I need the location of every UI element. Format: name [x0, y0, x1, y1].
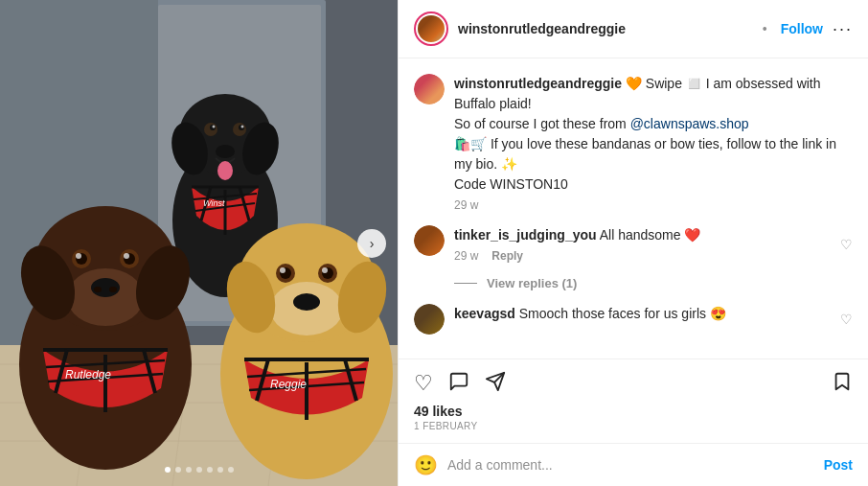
comment-2-text: keevagsd Smooch those faces for us girls…: [454, 304, 831, 324]
view-replies-line: [454, 283, 477, 284]
image-dots: [165, 467, 234, 473]
comment-1-text: tinker_is_judging_you All handsome ❤️: [454, 225, 831, 245]
svg-point-61: [280, 267, 286, 273]
main-comment-meta: 29 w: [454, 198, 853, 212]
svg-text:Winst: Winst: [203, 198, 225, 208]
main-comment-link[interactable]: @clawnspaws.shop: [630, 116, 749, 131]
svg-point-23: [217, 161, 233, 180]
next-image-arrow[interactable]: ›: [357, 229, 386, 258]
main-comment-avatar[interactable]: [414, 74, 445, 104]
dot-4: [196, 467, 202, 473]
comment-1-like-btn[interactable]: ♡: [840, 225, 853, 263]
view-replies-button[interactable]: View replies (1): [487, 276, 577, 290]
dot-6: [217, 467, 223, 473]
view-replies-row: View replies (1): [454, 276, 853, 290]
svg-text:Rutledge: Rutledge: [65, 368, 111, 382]
comment-2-content: Smooch those faces for us girls 😍: [519, 306, 726, 321]
main-comment-time: 29 w: [454, 198, 478, 212]
right-panel: winstonrutledgeandreggie • Follow ··· wi…: [398, 0, 868, 486]
main-comment-body: winstonrutledgeandreggie 🧡 Swipe ◻️ I am…: [454, 74, 853, 212]
post-image-panel: Winst: [0, 0, 398, 486]
comment-2-avatar[interactable]: [414, 304, 445, 335]
comment-1-body: tinker_is_judging_you All handsome ❤️ 29…: [454, 225, 831, 263]
follow-button[interactable]: Follow: [781, 21, 823, 36]
comment-1-avatar[interactable]: [414, 225, 445, 256]
add-comment-row: 🙂 Post: [399, 443, 868, 486]
main-comment-text: winstonrutledgeandreggie 🧡 Swipe ◻️ I am…: [454, 74, 853, 195]
main-comment-username[interactable]: winstonrutledgeandreggie: [454, 76, 622, 91]
svg-point-22: [216, 145, 235, 158]
svg-text:Reggie: Reggie: [270, 378, 307, 391]
comment-1-time: 29 w: [454, 249, 478, 263]
header-username[interactable]: winstonrutledgeandreggie: [458, 21, 749, 36]
comment-input[interactable]: [447, 457, 814, 473]
comment-1-meta: 29 w Reply: [454, 249, 831, 263]
like-button[interactable]: ♡: [414, 369, 433, 398]
comment-2-like-btn[interactable]: ♡: [840, 304, 853, 335]
header-avatar[interactable]: [414, 12, 448, 46]
dot-2: [175, 467, 181, 473]
dot-1: [165, 467, 171, 473]
bookmark-button[interactable]: [832, 367, 853, 400]
comment-1-username[interactable]: tinker_is_judging_you: [454, 227, 597, 243]
svg-point-41: [124, 253, 129, 259]
comment-2: keevagsd Smooch those faces for us girls…: [414, 304, 853, 335]
more-options-button[interactable]: ···: [833, 20, 853, 37]
dot-3: [186, 467, 192, 473]
svg-point-43: [94, 287, 102, 292]
svg-point-63: [293, 293, 320, 311]
emoji-button[interactable]: 🙂: [414, 453, 438, 476]
svg-point-20: [213, 126, 216, 128]
main-comment-part2: 🛍️🛒 If you love these bandanas or bow ti…: [454, 136, 836, 192]
share-button[interactable]: [485, 367, 506, 400]
likes-count: 49 likes: [414, 404, 853, 421]
comment-button[interactable]: [448, 367, 469, 400]
comment-2-body: keevagsd Smooch those faces for us girls…: [454, 304, 831, 335]
svg-point-21: [241, 126, 244, 128]
svg-point-62: [322, 267, 328, 273]
comment-1-reply-btn[interactable]: Reply: [491, 249, 523, 263]
dot-7: [228, 467, 234, 473]
comment-post-button[interactable]: Post: [824, 457, 853, 473]
comment-2-username[interactable]: keevagsd: [454, 306, 515, 321]
post-header: winstonrutledgeandreggie • Follow ···: [399, 0, 868, 58]
actions-bar: ♡ 49 likes 1 February: [399, 359, 868, 443]
action-icons: ♡: [414, 367, 853, 400]
svg-point-44: [109, 287, 117, 292]
main-comment: winstonrutledgeandreggie 🧡 Swipe ◻️ I am…: [414, 74, 853, 212]
dot-5: [207, 467, 213, 473]
post-date: 1 February: [414, 421, 853, 431]
comment-1: tinker_is_judging_you All handsome ❤️ 29…: [414, 225, 853, 263]
header-dot: •: [763, 21, 767, 36]
comments-area: winstonrutledgeandreggie 🧡 Swipe ◻️ I am…: [399, 58, 868, 359]
svg-point-40: [76, 253, 81, 259]
comment-1-content: All handsome ❤️: [600, 227, 701, 243]
